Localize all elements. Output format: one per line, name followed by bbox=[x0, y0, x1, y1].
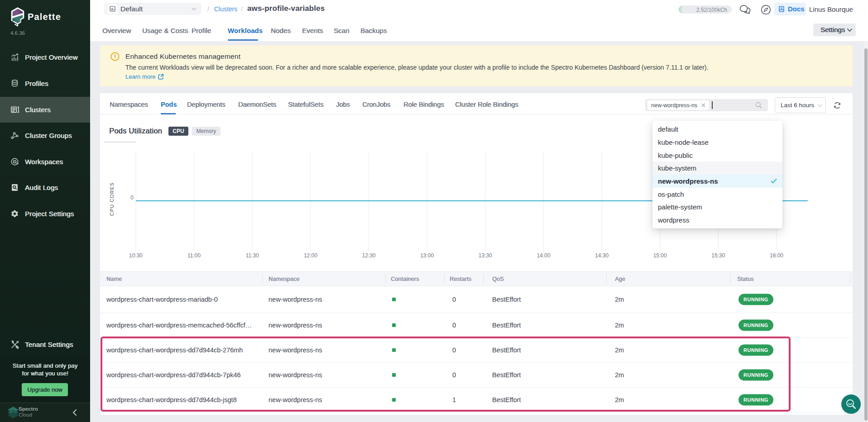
svg-text:0: 0 bbox=[130, 194, 134, 201]
svg-text:15:00: 15:00 bbox=[653, 252, 667, 259]
svg-text:13:00: 13:00 bbox=[420, 252, 434, 259]
svg-text:10:30: 10:30 bbox=[129, 252, 143, 259]
svg-text:14:00: 14:00 bbox=[537, 252, 550, 259]
svg-text:12:00: 12:00 bbox=[304, 252, 317, 259]
svg-text:16:00: 16:00 bbox=[770, 252, 783, 259]
svg-text:14:30: 14:30 bbox=[595, 252, 609, 259]
svg-text:15:30: 15:30 bbox=[711, 252, 725, 259]
svg-text:12:30: 12:30 bbox=[362, 252, 375, 259]
svg-text:13:30: 13:30 bbox=[479, 252, 492, 259]
svg-text:CPU CORES: CPU CORES bbox=[109, 182, 115, 216]
svg-text:11:00: 11:00 bbox=[187, 252, 201, 259]
svg-text:11:30: 11:30 bbox=[246, 252, 259, 259]
